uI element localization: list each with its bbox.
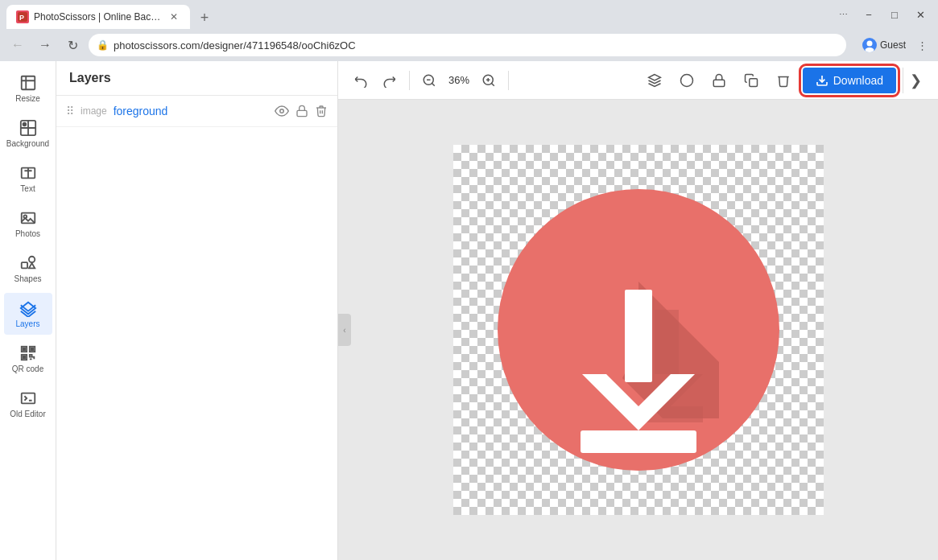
svg-rect-31	[581, 430, 696, 453]
layer-name-label: foreground	[114, 105, 268, 117]
layer-actions	[275, 104, 328, 118]
sidebar-item-photos-label: Photos	[15, 229, 40, 238]
layers-panel: Layers ⠿ image foreground	[56, 61, 338, 560]
download-button-label: Download	[833, 74, 883, 87]
svg-point-3	[866, 41, 872, 47]
zoom-out-button[interactable]	[416, 68, 442, 93]
layer-item[interactable]: ⠿ image foreground	[56, 96, 337, 127]
svg-rect-21	[297, 110, 307, 116]
window-controls: ⋯ − □ ✕	[832, 3, 932, 26]
sidebar-item-oldeditor[interactable]: Old Editor	[4, 383, 52, 425]
layer-lock-button[interactable]	[295, 105, 308, 117]
svg-rect-18	[23, 356, 25, 359]
address-lock-icon: 🔒	[97, 39, 109, 51]
window-close-button[interactable]: ✕	[909, 3, 932, 26]
toolbar-right: Download ❯	[642, 68, 928, 93]
sidebar-item-layers[interactable]: Layers	[4, 293, 52, 335]
window-collapse-button[interactable]: ⋯	[832, 3, 854, 26]
toolbar-divider-1	[409, 71, 410, 90]
svg-point-4	[865, 47, 874, 52]
more-options-button[interactable]: ❯	[903, 68, 928, 93]
svg-rect-16	[23, 348, 25, 351]
svg-point-20	[280, 109, 284, 113]
svg-rect-17	[31, 348, 33, 351]
layer-delete-button[interactable]	[315, 105, 328, 117]
download-button[interactable]: Download	[803, 68, 896, 93]
svg-rect-27	[749, 78, 757, 86]
sidebar-item-qrcode[interactable]: QR code	[4, 338, 52, 380]
toolbar: 36%	[338, 61, 938, 100]
sidebar-item-resize-label: Resize	[15, 94, 40, 103]
delete-toolbar-button[interactable]	[771, 68, 796, 93]
chrome-addressbar: ← → ↻ 🔒 photoscissors.com/designer/47119…	[0, 29, 938, 61]
chrome-titlebar: P PhotoScissors | Online Backgr... ✕ + ⋯…	[0, 0, 938, 61]
sidebar-item-resize[interactable]: Resize	[4, 68, 52, 109]
lock-toolbar-button[interactable]	[706, 68, 732, 93]
svg-rect-19	[21, 393, 35, 404]
app-container: Resize Background Text Photos	[0, 61, 938, 560]
address-url: photoscissors.com/designer/471196548/ooC…	[114, 39, 356, 51]
sidebar-item-shapes-label: Shapes	[14, 274, 42, 283]
sidebar-item-photos[interactable]: Photos	[4, 203, 52, 245]
canvas-container	[453, 145, 824, 515]
layers-panel-title: Layers	[56, 61, 337, 96]
sidebar-item-layers-label: Layers	[15, 319, 39, 328]
layer-visibility-button[interactable]	[275, 104, 289, 118]
new-tab-button[interactable]: +	[193, 6, 216, 29]
refresh-button[interactable]: ↻	[61, 34, 84, 56]
mask-toolbar-button[interactable]	[674, 68, 700, 93]
svg-point-7	[23, 123, 26, 126]
layer-type-label: image	[81, 105, 107, 117]
zoom-level-display: 36%	[445, 74, 473, 86]
canvas-area: ‹	[338, 100, 938, 560]
tab-favicon: P	[16, 10, 29, 23]
profile-button[interactable]: Guest	[857, 35, 911, 55]
svg-text:P: P	[19, 14, 24, 22]
sidebar: Resize Background Text Photos	[0, 61, 56, 560]
copy-toolbar-button[interactable]	[738, 68, 764, 93]
sidebar-item-background-label: Background	[6, 139, 49, 148]
panel-collapse-handle[interactable]: ‹	[338, 314, 351, 346]
address-bar[interactable]: 🔒 photoscissors.com/designer/471196548/o…	[89, 34, 846, 56]
sidebar-item-background[interactable]: Background	[4, 113, 52, 154]
extensions-button[interactable]: ⋮	[912, 35, 932, 55]
canvas-image	[494, 185, 783, 475]
layers-toolbar-button[interactable]	[642, 68, 667, 93]
main-area: 36%	[338, 61, 938, 560]
svg-rect-5	[21, 76, 35, 90]
svg-rect-26	[713, 80, 725, 86]
profile-label: Guest	[880, 39, 906, 51]
sidebar-item-text[interactable]: Text	[4, 158, 52, 200]
active-tab[interactable]: P PhotoScissors | Online Backgr... ✕	[6, 5, 190, 29]
window-maximize-button[interactable]: □	[883, 3, 906, 26]
tab-close-button[interactable]: ✕	[167, 10, 180, 23]
tab-title: PhotoScissors | Online Backgr...	[34, 11, 163, 23]
svg-rect-11	[21, 262, 27, 268]
sidebar-item-oldeditor-label: Old Editor	[10, 410, 45, 418]
toolbar-divider-2	[508, 71, 509, 90]
sidebar-item-shapes[interactable]: Shapes	[4, 248, 52, 290]
window-minimize-button[interactable]: −	[857, 3, 880, 26]
svg-point-12	[28, 257, 34, 262]
svg-marker-24	[648, 74, 660, 80]
layer-drag-handle[interactable]: ⠿	[66, 105, 74, 117]
browser-right-icons: Guest ⋮	[857, 35, 932, 55]
sidebar-item-text-label: Text	[20, 184, 35, 193]
forward-button[interactable]: →	[34, 34, 56, 56]
svg-rect-30	[625, 290, 652, 382]
sidebar-item-qrcode-label: QR code	[12, 364, 43, 373]
zoom-in-button[interactable]	[476, 68, 502, 93]
redo-button[interactable]	[377, 68, 403, 93]
undo-button[interactable]	[348, 68, 374, 93]
canvas-checkerboard	[453, 145, 824, 515]
svg-point-25	[680, 74, 692, 86]
chrome-tabs: P PhotoScissors | Online Backgr... ✕ +	[6, 0, 216, 29]
back-button[interactable]: ←	[6, 34, 29, 56]
